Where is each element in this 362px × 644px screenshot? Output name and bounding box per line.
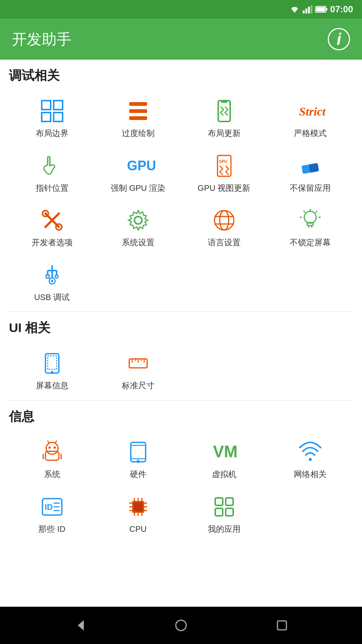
overdraw-icon xyxy=(125,98,152,124)
item-overdraw[interactable]: 过度绘制 xyxy=(95,90,181,145)
item-screen-info[interactable]: 屏幕信息 xyxy=(9,342,95,397)
hardware-label: 硬件 xyxy=(130,469,146,480)
svg-rect-8 xyxy=(316,7,325,12)
item-vm[interactable]: VM 虚拟机 xyxy=(181,431,267,486)
item-usb-debug[interactable]: USB 调试 xyxy=(9,254,95,309)
svg-rect-14 xyxy=(129,109,147,113)
item-gpu-view-update[interactable]: GPU GPU 视图更新 xyxy=(181,145,267,200)
debug-grid: 布局边界 过度绘制 xyxy=(9,90,353,254)
system-settings-label: 系统设置 xyxy=(122,237,155,248)
strict-mode-icon: Strict xyxy=(297,98,324,124)
those-id-label: 那些 ID xyxy=(38,524,65,535)
language-label: 语言设置 xyxy=(208,237,241,248)
strict-mode-label: 严格模式 xyxy=(294,128,327,139)
section-info: 信息 xyxy=(0,401,362,543)
item-pointer-location[interactable]: 指针位置 xyxy=(9,145,95,200)
svg-rect-12 xyxy=(54,113,63,121)
item-no-keep-app[interactable]: 不保留应用 xyxy=(267,145,353,200)
svg-rect-47 xyxy=(46,275,49,278)
network-label: 网络相关 xyxy=(294,469,327,480)
item-cpu[interactable]: CPU xyxy=(95,486,181,541)
standard-size-icon xyxy=(125,350,152,377)
overdraw-label: 过度绘制 xyxy=(122,128,155,139)
svg-rect-11 xyxy=(42,113,51,121)
nav-bar xyxy=(0,607,362,644)
those-id-icon: ID xyxy=(39,493,66,520)
usb-debug-label: USB 调试 xyxy=(34,292,70,303)
svg-marker-98 xyxy=(78,620,84,631)
pointer-location-icon xyxy=(39,152,66,179)
svg-point-31 xyxy=(215,211,234,230)
svg-line-68 xyxy=(55,441,57,443)
item-language[interactable]: 语言设置 xyxy=(181,199,267,254)
wifi-status-icon xyxy=(289,5,300,13)
layout-border-icon xyxy=(39,98,66,124)
svg-point-30 xyxy=(134,217,142,224)
back-button[interactable] xyxy=(73,619,87,632)
no-keep-app-label: 不保留应用 xyxy=(290,183,331,194)
svg-rect-100 xyxy=(277,621,286,630)
no-lock-icon xyxy=(297,207,324,234)
svg-rect-25 xyxy=(309,163,319,173)
svg-point-49 xyxy=(55,275,58,278)
item-system-settings[interactable]: 系统设置 xyxy=(95,199,181,254)
network-icon xyxy=(297,439,324,465)
hardware-icon xyxy=(125,439,152,465)
ui-grid: 屏幕信息 标准尺寸 xyxy=(9,342,353,397)
svg-line-40 xyxy=(304,211,305,213)
svg-rect-3 xyxy=(305,9,307,13)
item-standard-size[interactable]: 标准尺寸 xyxy=(95,342,181,397)
layout-update-icon xyxy=(211,98,238,124)
item-my-apps[interactable]: 我的应用 xyxy=(181,486,267,541)
usb-debug-icon xyxy=(39,262,66,288)
info-grid: 系统 硬件 VM xyxy=(9,431,353,540)
recent-button[interactable] xyxy=(275,619,289,632)
svg-rect-2 xyxy=(303,10,305,13)
dev-options-icon xyxy=(39,207,66,234)
item-those-id[interactable]: ID 那些 ID xyxy=(9,486,95,541)
svg-rect-97 xyxy=(226,508,233,516)
gpu-view-update-label: GPU 视图更新 xyxy=(198,183,251,194)
force-gpu-label: 强制 GPU 渲染 xyxy=(111,183,166,194)
item-force-gpu[interactable]: GPU 强制 GPU 渲染 xyxy=(95,145,181,200)
system-label: 系统 xyxy=(44,469,60,480)
svg-text:GPU: GPU xyxy=(219,160,227,164)
item-no-lock[interactable]: 不锁定屏幕 xyxy=(267,199,353,254)
item-dev-options[interactable]: 开发者选项 xyxy=(9,199,95,254)
home-button[interactable] xyxy=(174,619,188,632)
section-info-title: 信息 xyxy=(9,408,353,425)
svg-rect-17 xyxy=(221,101,227,103)
battery-icon xyxy=(315,6,327,13)
svg-rect-96 xyxy=(215,508,223,516)
item-strict-mode[interactable]: Strict 严格模式 xyxy=(267,90,353,145)
language-icon xyxy=(211,207,238,234)
item-network[interactable]: 网络相关 xyxy=(267,431,353,486)
status-icons: 07:00 xyxy=(289,4,353,15)
svg-rect-95 xyxy=(226,498,233,505)
svg-point-61 xyxy=(46,442,58,454)
no-lock-label: 不锁定屏幕 xyxy=(290,237,331,248)
item-layout-update[interactable]: 布局更新 xyxy=(181,90,267,145)
svg-line-41 xyxy=(315,211,317,213)
standard-size-label: 标准尺寸 xyxy=(122,381,155,391)
info-button[interactable]: i xyxy=(328,28,350,50)
pointer-location-label: 指针位置 xyxy=(36,183,69,194)
svg-rect-10 xyxy=(54,101,63,110)
vm-label: 虚拟机 xyxy=(212,469,236,480)
svg-line-67 xyxy=(48,441,49,443)
screen-info-label: 屏幕信息 xyxy=(36,381,69,391)
svg-rect-4 xyxy=(308,7,310,13)
debug-usb-row: USB 调试 xyxy=(9,254,353,309)
svg-point-51 xyxy=(51,280,53,282)
layout-border-label: 布局边界 xyxy=(36,128,69,139)
gpu-view-update-icon: GPU xyxy=(211,152,238,179)
layout-update-label: 布局更新 xyxy=(208,128,241,139)
svg-point-32 xyxy=(220,211,229,230)
svg-text:ID: ID xyxy=(45,502,53,512)
svg-rect-22 xyxy=(217,155,231,176)
signal-icon xyxy=(303,5,312,13)
item-system[interactable]: 系统 xyxy=(9,431,95,486)
item-hardware[interactable]: 硬件 xyxy=(95,431,181,486)
item-layout-border[interactable]: 布局边界 xyxy=(9,90,95,145)
svg-text:GPU: GPU xyxy=(127,158,156,173)
